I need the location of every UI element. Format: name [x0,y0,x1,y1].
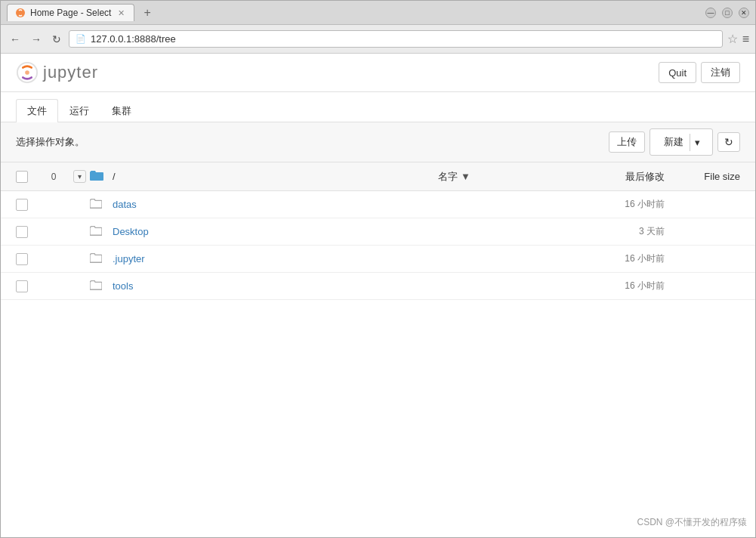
menu-item-files[interactable]: 文件 [16,99,58,122]
row-folder-icon [90,279,113,293]
menu-item-running[interactable]: 运行 [58,99,100,122]
tab-close-btn[interactable]: ✕ [116,8,126,18]
header-icon-col [90,169,113,184]
select-all-checkbox[interactable] [16,171,28,183]
folder-outline-icon [90,197,102,209]
new-button-dropdown[interactable]: ▾ [690,134,705,151]
page-content: jupyter Quit 注销 文件 运行 集群 选择操作对象。 上传 [1,54,755,537]
row-name-col: datas [113,199,438,210]
row-checkbox[interactable] [16,280,28,292]
jupyter-logo-icon [16,61,39,84]
address-bar: ← → ↻ 📄 127.0.0.1:8888/tree ☆ ≡ [1,25,755,54]
row-check-col [16,253,39,265]
header-modified-col[interactable]: 名字 ▼ [438,170,551,184]
row-name-col: Desktop [113,226,438,237]
row-folder-icon [90,224,113,239]
folder-outline-icon [90,279,102,291]
header-last-modified-col[interactable]: 最后修改 [551,170,665,184]
sort-arrow-icon: ▼ [461,171,471,182]
title-bar: Home Page - Select ✕ + — □ ✕ [1,1,755,25]
row-modified-col: 16 小时前 [551,252,665,265]
active-tab[interactable]: Home Page - Select ✕ [7,4,134,21]
menu-item-clusters[interactable]: 集群 [100,99,143,122]
row-check-col [16,199,39,211]
row-check-col [16,280,39,292]
file-list: 0 ▾ / 名字 ▼ [1,162,755,300]
jupyter-logo: jupyter [16,61,98,84]
header-checkbox-col [16,171,39,183]
header-buttons: Quit 注销 [659,62,740,83]
browser-window: Home Page - Select ✕ + — □ ✕ ← → ↻ 📄 127… [0,0,756,538]
forward-button[interactable]: → [28,32,45,47]
svg-point-2 [25,70,29,75]
file-row-jupyter: .jupyter 16 小时前 [1,246,755,273]
jupyter-logo-text: jupyter [43,63,98,82]
logout-button[interactable]: 注销 [701,62,740,83]
folder-outline-icon [90,224,102,237]
address-bar-right: ☆ ≡ [727,32,749,46]
url-box[interactable]: 📄 127.0.0.1:8888/tree [69,30,723,48]
quit-button[interactable]: Quit [659,62,696,83]
url-page-icon: 📄 [76,34,86,44]
row-folder-icon [90,197,113,212]
row-modified-col: 16 小时前 [551,280,665,292]
folder-link-jupyter[interactable]: .jupyter [113,253,145,264]
window-close-btn[interactable]: ✕ [739,8,749,18]
browser-menu-button[interactable]: ≡ [742,32,749,46]
reload-button[interactable]: ↻ [49,32,64,47]
file-toolbar: 选择操作对象。 上传 新建 ▾ ↻ [1,122,755,162]
select-hint: 选择操作对象。 [16,135,85,149]
file-row-tools: tools 16 小时前 [1,273,755,300]
watermark: CSDN @不懂开发的程序猿 [637,516,747,529]
folder-link-datas[interactable]: datas [113,199,137,210]
menu-bar: 文件 运行 集群 [1,92,755,122]
row-name-col: tools [113,280,438,292]
window-minimize-btn[interactable]: — [705,8,716,18]
row-checkbox[interactable] [16,199,28,211]
file-row-datas: datas 16 小时前 [1,191,755,218]
new-button-label[interactable]: 新建 [658,132,690,152]
new-tab-button[interactable]: + [139,5,155,21]
tab-title: Home Page - Select [30,8,111,18]
window-maximize-btn[interactable]: □ [722,8,733,18]
folder-link-desktop[interactable]: Desktop [113,226,149,237]
bookmark-button[interactable]: ☆ [727,32,738,46]
new-button-group: 新建 ▾ [650,128,713,156]
refresh-button[interactable]: ↻ [717,132,740,152]
jupyter-header: jupyter Quit 注销 [1,54,755,92]
folder-icon [90,169,103,182]
tab-bar: Home Page - Select ✕ + [7,4,156,21]
header-count: 0 [39,172,69,182]
folder-link-tools[interactable]: tools [113,280,133,292]
window-controls: — □ ✕ [705,8,749,18]
header-size-col[interactable]: File size [665,171,740,182]
row-check-col [16,226,39,238]
tab-favicon-icon [15,8,26,18]
row-checkbox[interactable] [16,226,28,238]
toolbar-right: 上传 新建 ▾ ↻ [609,128,740,156]
row-modified-col: 16 小时前 [551,198,665,211]
row-folder-icon [90,252,113,266]
file-list-header: 0 ▾ / 名字 ▼ [1,162,755,191]
row-name-col: .jupyter [113,253,438,264]
row-checkbox[interactable] [16,253,28,265]
list-dropdown-button[interactable]: ▾ [73,170,86,183]
folder-outline-icon [90,252,102,264]
upload-button[interactable]: 上传 [609,131,645,153]
url-text: 127.0.0.1:8888/tree [91,33,176,45]
header-name-col: / [113,171,438,182]
header-dropdown-col: ▾ [69,170,90,183]
back-button[interactable]: ← [7,32,23,47]
row-modified-col: 3 天前 [551,225,665,238]
file-row-desktop: Desktop 3 天前 [1,218,755,246]
